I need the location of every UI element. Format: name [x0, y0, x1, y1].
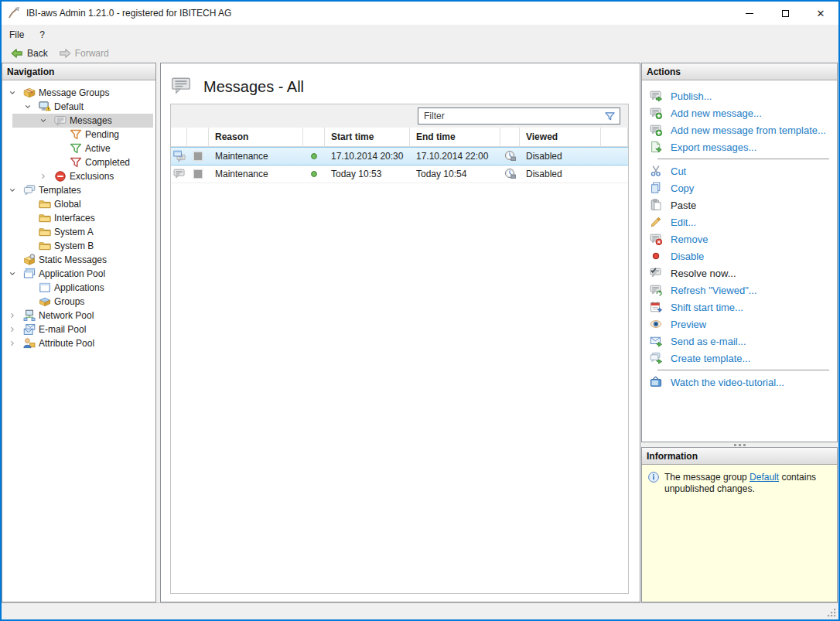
column-header-reason[interactable]: Reason — [209, 128, 303, 146]
action-edit[interactable]: Edit... — [642, 213, 837, 230]
column-header-blank[interactable] — [500, 128, 520, 146]
tree-item-label: Static Messages — [39, 254, 107, 265]
action-add-new-message[interactable]: Add new message... — [642, 104, 837, 121]
edit-icon — [650, 216, 662, 228]
tree-item-static-messages[interactable]: Static Messages — [2, 253, 155, 267]
gray-square-icon — [192, 168, 204, 180]
disable-icon — [650, 250, 662, 262]
action-refresh-viewed[interactable]: Refresh "Viewed"... — [642, 281, 837, 299]
filter-input[interactable] — [418, 111, 604, 121]
tree-item-system-b[interactable]: System B — [2, 239, 155, 253]
action-disable[interactable]: Disable — [642, 247, 837, 264]
back-button[interactable]: Back — [6, 46, 53, 61]
info-icon — [647, 471, 660, 483]
chevron-expanded-icon[interactable] — [9, 186, 16, 194]
tree-item-attribute-pool[interactable]: Attribute Pool — [2, 336, 155, 350]
chevron-expanded-icon[interactable] — [39, 117, 47, 125]
tree-item-messages[interactable]: Messages — [2, 114, 155, 128]
cell-viewed: Disabled — [520, 165, 601, 183]
default-group-link[interactable]: Default — [750, 472, 779, 483]
action-preview[interactable]: Preview — [642, 316, 837, 333]
tree-item-interfaces[interactable]: Interfaces — [2, 211, 155, 225]
publish-icon — [650, 90, 662, 102]
chevron-expanded-icon[interactable] — [9, 89, 16, 97]
action-remove[interactable]: Remove — [642, 230, 837, 247]
chevron-collapsed-icon[interactable] — [9, 340, 16, 347]
tree-item-label: Global — [54, 199, 81, 210]
tree-item-groups[interactable]: Groups — [2, 295, 155, 309]
action-label: Watch the video-tutorial... — [671, 377, 784, 388]
action-create-template[interactable]: Create template... — [642, 350, 837, 367]
action-label: Export messages... — [671, 142, 756, 153]
static-messages-icon — [23, 254, 36, 266]
create-template-icon — [650, 352, 662, 364]
table-body: Maintenance17.10.2014 20:3017.10.2014 22… — [171, 147, 628, 183]
action-watch-the-video-tutorial[interactable]: Watch the video-tutorial... — [642, 374, 837, 391]
information-message: The message group Default contains unpub… — [664, 472, 831, 602]
minimize-button[interactable] — [732, 2, 767, 25]
tree-item-applications[interactable]: Applications — [2, 281, 155, 295]
column-header-blank[interactable] — [303, 128, 325, 146]
tree-item-network-pool[interactable]: Network Pool — [2, 309, 155, 322]
action-shift-start-time[interactable]: Shift start time... — [642, 299, 837, 316]
action-label: Copy — [671, 183, 694, 194]
column-header-end-time[interactable]: End time — [410, 128, 500, 146]
tree-item-completed[interactable]: Completed — [2, 155, 155, 169]
column-header-viewed[interactable]: Viewed — [520, 128, 601, 146]
action-add-new-message-from-template[interactable]: Add new message from template... — [642, 121, 837, 138]
table-row-1[interactable]: Maintenance17.10.2014 20:3017.10.2014 22… — [171, 147, 628, 165]
folder-icon — [39, 198, 51, 210]
tree-item-global[interactable]: Global — [2, 197, 155, 211]
video-tutorial-icon — [650, 376, 662, 388]
chevron-collapsed-icon[interactable] — [9, 326, 16, 333]
default-group-icon — [39, 101, 51, 113]
menu-file[interactable]: File — [2, 26, 32, 43]
action-publish[interactable]: Publish... — [642, 87, 837, 104]
resize-grip-icon[interactable] — [825, 606, 838, 619]
tree-item-label: Message Groups — [39, 87, 109, 98]
funnel-active-icon — [70, 142, 82, 155]
table-row-2[interactable]: MaintenanceToday 10:53Today 10:54Disable… — [171, 165, 628, 183]
action-label: Disable — [671, 251, 704, 262]
tree-item-label: Applications — [54, 282, 104, 293]
tree-item-default[interactable]: Default — [2, 100, 155, 114]
tree-item-pending[interactable]: Pending — [2, 128, 155, 142]
chevron-collapsed-icon[interactable] — [9, 312, 16, 319]
action-label: Preview — [671, 319, 706, 330]
action-send-as-e-mail[interactable]: Send as e-mail... — [642, 333, 837, 350]
menu-help[interactable]: ? — [32, 26, 53, 43]
tree-item-templates[interactable]: Templates — [2, 183, 155, 197]
actions-divider — [657, 159, 829, 159]
action-cut[interactable]: Cut — [642, 162, 837, 179]
chevron-collapsed-icon[interactable] — [39, 172, 47, 180]
status-green-icon — [308, 168, 320, 180]
minimize-icon — [746, 13, 753, 14]
tree-item-e-mail-pool[interactable]: E-mail Pool — [2, 322, 155, 336]
filter-funnel-icon[interactable] — [604, 111, 616, 122]
action-export-messages[interactable]: Export messages... — [642, 138, 837, 155]
tree-item-message-groups[interactable]: Message Groups — [2, 86, 155, 100]
tree-item-active[interactable]: Active — [2, 142, 155, 155]
maximize-button[interactable] — [767, 2, 803, 25]
close-button[interactable]: ✕ — [803, 2, 838, 25]
tree-item-system-a[interactable]: System A — [2, 225, 155, 239]
column-header-start-time[interactable]: Start time — [325, 128, 410, 146]
cell-status-green-icon — [303, 165, 325, 183]
folder-icon — [39, 226, 51, 238]
tree-item-application-pool[interactable]: Application Pool — [2, 267, 155, 281]
column-header-blank[interactable] — [171, 128, 187, 146]
cell-message-screen-icon — [171, 148, 187, 165]
chevron-expanded-icon[interactable] — [24, 103, 32, 111]
app-icon — [8, 7, 20, 19]
action-copy[interactable]: Copy — [642, 179, 837, 196]
export-messages-icon — [650, 141, 662, 153]
status-bar — [2, 602, 838, 619]
column-header-blank[interactable] — [187, 128, 209, 146]
tree-item-exclusions[interactable]: Exclusions — [2, 169, 155, 183]
chevron-expanded-icon[interactable] — [9, 270, 16, 278]
tree-item-label: E-mail Pool — [39, 324, 86, 335]
message-bubble-icon — [173, 168, 186, 180]
main-panel: Messages - All ReasonStart timeEnd timeV… — [160, 63, 640, 602]
shift-start-icon — [650, 301, 662, 313]
action-label: Paste — [671, 200, 696, 211]
